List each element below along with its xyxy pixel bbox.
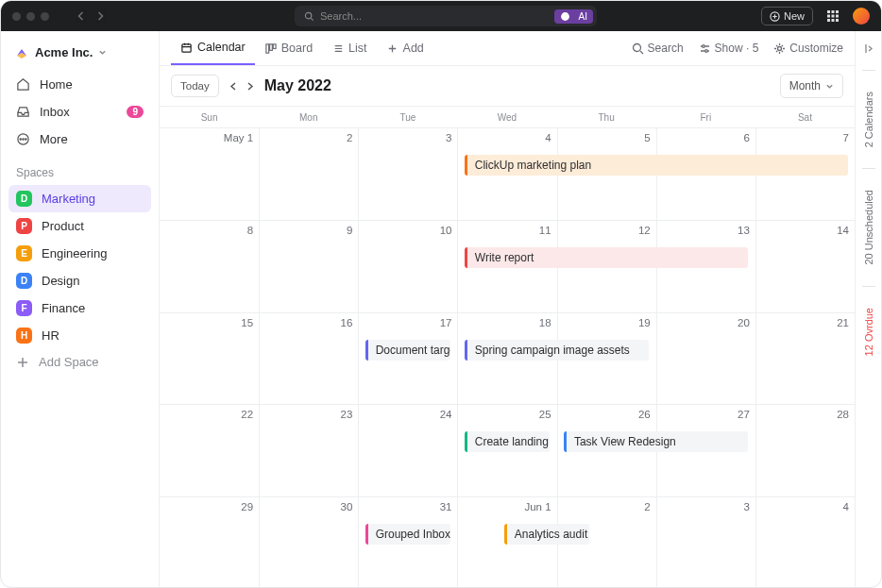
day-number: 6 bbox=[663, 132, 750, 143]
calendar-event[interactable]: Write report bbox=[465, 247, 749, 268]
calendar-day-cell[interactable]: 29 bbox=[160, 497, 259, 588]
calendar-day-cell[interactable]: 21 bbox=[755, 313, 855, 405]
window-controls bbox=[12, 12, 49, 21]
rail-calendars[interactable]: 2 Calendars bbox=[863, 86, 874, 153]
day-number: 2 bbox=[564, 501, 651, 512]
apps-grid-icon[interactable] bbox=[826, 9, 840, 23]
rail-overdue[interactable]: 12 Ovrdue bbox=[863, 302, 874, 361]
calendar-header: Today May 2022 Month bbox=[160, 66, 855, 106]
viewbar-customize[interactable]: Customize bbox=[773, 42, 843, 55]
day-number: 3 bbox=[365, 132, 451, 143]
back-icon[interactable] bbox=[76, 10, 87, 22]
day-number: 5 bbox=[564, 132, 651, 143]
day-number: 11 bbox=[464, 225, 551, 236]
calendar-day-cell[interactable]: 9 bbox=[259, 221, 358, 312]
forward-icon[interactable] bbox=[94, 10, 106, 22]
sidebar-space-hr[interactable]: HHR bbox=[8, 322, 151, 349]
space-letter-icon: D bbox=[16, 191, 32, 207]
svg-point-23 bbox=[778, 46, 782, 50]
svg-rect-10 bbox=[832, 19, 835, 22]
tab-label: Calendar bbox=[197, 41, 246, 54]
calendar-week: May 1234567ClickUp marketing plan bbox=[160, 127, 855, 220]
list-icon bbox=[331, 42, 344, 55]
calendar-day-cell[interactable]: 4 bbox=[755, 497, 855, 588]
granularity-select[interactable]: Month bbox=[780, 74, 843, 98]
calendar-day-cell[interactable]: 10 bbox=[358, 221, 457, 312]
sidebar-space-marketing[interactable]: DMarketing bbox=[8, 185, 151, 212]
calendar-day-cell[interactable]: 15 bbox=[160, 313, 259, 405]
day-number: 13 bbox=[663, 225, 750, 236]
calendar-day-cell[interactable]: 28 bbox=[755, 405, 855, 496]
calendar-event[interactable]: Document target users bbox=[365, 340, 450, 361]
ai-badge[interactable]: AI bbox=[554, 9, 593, 24]
calendar-day-cell[interactable]: 8 bbox=[160, 221, 259, 312]
tab-board[interactable]: Board bbox=[255, 31, 322, 65]
tab-calendar[interactable]: Calendar bbox=[171, 31, 255, 65]
calendar-week: 293031Jun 1234Grouped Inbox CommentsAnal… bbox=[160, 496, 855, 588]
day-number: 20 bbox=[663, 317, 750, 328]
more-circle-icon bbox=[16, 132, 30, 146]
dow-label: Fri bbox=[656, 107, 755, 127]
collapse-rail-icon[interactable] bbox=[862, 42, 874, 55]
day-number: 15 bbox=[165, 317, 253, 328]
day-number: 4 bbox=[762, 501, 849, 512]
calendar-day-cell[interactable]: 2 bbox=[259, 128, 358, 220]
calendar-day-cell[interactable]: 3 bbox=[358, 128, 457, 220]
calendar-day-cell[interactable]: 22 bbox=[160, 405, 259, 496]
prev-month-icon[interactable] bbox=[229, 81, 239, 92]
today-button[interactable]: Today bbox=[171, 75, 219, 97]
dow-label: Thu bbox=[557, 107, 656, 127]
add-view-button[interactable]: Add bbox=[377, 31, 433, 65]
calendar-event[interactable]: Task View Redesign bbox=[564, 431, 749, 452]
calendar-event[interactable]: ClickUp marketing plan bbox=[465, 155, 848, 176]
sidebar-space-finance[interactable]: FFinance bbox=[8, 294, 151, 322]
day-number: 14 bbox=[762, 225, 849, 236]
search-input[interactable]: Search... AI bbox=[295, 6, 597, 26]
calendar-event[interactable]: Create landing page bbox=[465, 431, 550, 452]
day-number: 10 bbox=[365, 225, 451, 236]
space-label: Finance bbox=[42, 301, 85, 315]
svg-point-15 bbox=[25, 139, 26, 140]
svg-rect-11 bbox=[836, 19, 839, 22]
workspace-switcher[interactable]: Acme Inc. bbox=[8, 41, 151, 63]
dow-label: Wed bbox=[457, 107, 556, 127]
viewbar-show[interactable]: Show · 5 bbox=[699, 42, 759, 55]
nav-more[interactable]: More bbox=[8, 126, 151, 153]
add-space-button[interactable]: Add Space bbox=[8, 349, 151, 375]
calendar-day-cell[interactable]: 20 bbox=[656, 313, 755, 405]
next-month-icon[interactable] bbox=[245, 81, 255, 92]
svg-point-0 bbox=[305, 12, 311, 18]
sidebar: Acme Inc. Home Inbox 9 More Spaces DMark… bbox=[1, 31, 160, 588]
calendar-event[interactable]: Grouped Inbox Comments bbox=[365, 524, 450, 545]
nav-inbox[interactable]: Inbox 9 bbox=[8, 98, 151, 126]
calendar-day-cell[interactable]: May 1 bbox=[160, 128, 259, 220]
calendar-event[interactable]: Spring campaign image assets bbox=[465, 340, 650, 361]
calendar-week: 15161718192021Document target usersSprin… bbox=[160, 312, 855, 405]
rail-unscheduled[interactable]: 20 Unscheduled bbox=[863, 184, 874, 271]
calendar-title: May 2022 bbox=[264, 77, 331, 94]
calendar-day-cell[interactable]: 23 bbox=[259, 405, 358, 496]
svg-point-22 bbox=[704, 49, 707, 52]
plus-circle-icon bbox=[770, 11, 780, 22]
svg-rect-19 bbox=[273, 43, 276, 48]
sidebar-space-engineering[interactable]: EEngineering bbox=[8, 240, 151, 267]
tab-label: List bbox=[348, 42, 366, 55]
avatar[interactable] bbox=[853, 8, 870, 25]
calendar-day-cell[interactable]: 14 bbox=[755, 221, 855, 312]
sidebar-space-product[interactable]: PProduct bbox=[8, 212, 151, 240]
day-number: 9 bbox=[265, 225, 352, 236]
calendar-day-cell[interactable]: 3 bbox=[656, 497, 755, 588]
chevron-down-icon bbox=[98, 48, 107, 57]
space-letter-icon: F bbox=[16, 300, 32, 316]
calendar-event[interactable]: Analytics audit bbox=[504, 524, 589, 545]
viewbar-search[interactable]: Search bbox=[632, 42, 684, 55]
calendar-day-cell[interactable]: 24 bbox=[358, 405, 457, 496]
calendar-day-cell[interactable]: 16 bbox=[259, 313, 358, 405]
tab-list[interactable]: List bbox=[322, 31, 376, 65]
nav-home[interactable]: Home bbox=[8, 71, 151, 98]
new-label: New bbox=[784, 10, 805, 22]
calendar-day-cell[interactable]: 30 bbox=[259, 497, 358, 588]
new-button[interactable]: New bbox=[761, 7, 813, 25]
sidebar-space-design[interactable]: DDesign bbox=[8, 267, 151, 294]
day-number: 19 bbox=[564, 317, 651, 328]
